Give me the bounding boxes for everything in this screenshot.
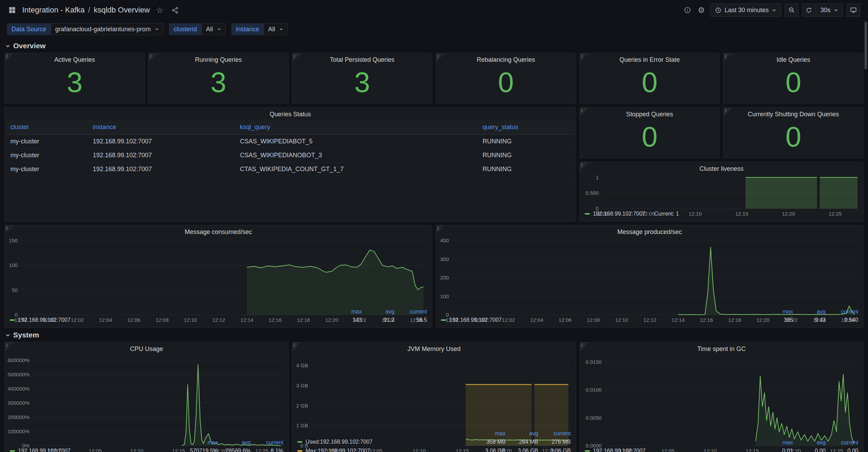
panel-title[interactable]: Stopped Queries: [580, 108, 719, 119]
section-title: System: [13, 331, 39, 339]
panel-info-icon[interactable]: i: [149, 53, 158, 62]
panel-info-icon[interactable]: i: [580, 342, 589, 351]
panel-queries-status: Queries Status clusterinstanceksql_query…: [5, 107, 576, 221]
panel-title[interactable]: Message produced/sec: [436, 225, 863, 237]
table-row[interactable]: my-cluster192.168.99.102:7007CTAS_WIKIPE…: [6, 162, 575, 176]
refresh-icon: [806, 7, 812, 14]
datasource-select[interactable]: grafanacloud-gabrielantunes-prom: [51, 23, 164, 35]
panel-info-icon[interactable]: i: [5, 53, 14, 62]
table-header-row: clusterinstanceksql_queryquery_status: [6, 120, 575, 135]
breadcrumb-dashboard[interactable]: ksqldb Overview: [94, 6, 150, 15]
panel-title[interactable]: Message consumed/sec: [5, 225, 432, 237]
panel-title[interactable]: Total Persisted Queries: [292, 53, 432, 65]
panel-info-icon[interactable]: i: [292, 53, 301, 62]
instance-label: instance: [231, 23, 264, 35]
legend-header: maxavgcurrent: [441, 308, 858, 316]
panel-info-icon[interactable]: i: [436, 53, 445, 62]
panel-info-icon[interactable]: i: [5, 225, 14, 234]
svg-text:1 GB: 1 GB: [296, 422, 308, 428]
legend-item: 192.168.99.102:70073659.430.540: [441, 316, 858, 325]
panel-title[interactable]: Queries in Error State: [580, 53, 719, 65]
clusterid-select[interactable]: All: [201, 23, 226, 35]
section-header-overview[interactable]: Overview: [0, 39, 868, 53]
chevron-down-icon: [834, 8, 838, 12]
table-row[interactable]: my-cluster192.168.99.102:7007CSAS_WIKIPE…: [6, 149, 575, 162]
panel-title[interactable]: Currently Shutting Down Queries: [724, 108, 863, 119]
panel-info-icon[interactable]: i: [580, 53, 589, 62]
panel-info-icon[interactable]: i: [436, 225, 445, 234]
svg-text:0.500: 0.500: [585, 190, 599, 196]
refresh-interval-picker[interactable]: 30s: [816, 3, 843, 17]
svg-text:500000%: 500000%: [8, 371, 30, 377]
stat-panel-currently-shutting-down-queries: i Currently Shutting Down Queries 0: [723, 107, 863, 158]
table-row[interactable]: my-cluster192.168.99.102:7007CSAS_WIKIPE…: [6, 135, 575, 149]
refresh-button[interactable]: [802, 3, 816, 17]
panel-title[interactable]: Active Queries: [5, 53, 144, 65]
column-header-instance[interactable]: instance: [88, 120, 235, 135]
panel-info-icon[interactable]: i: [580, 162, 589, 171]
panel-message-produced: i Message produced/sec 010020030040011:5…: [436, 225, 863, 328]
panel-title[interactable]: Time spent in GC: [580, 342, 863, 354]
panel-info-icon[interactable]: i: [292, 342, 301, 351]
queries-status-table: clusterinstanceksql_queryquery_status my…: [5, 119, 576, 221]
apps-grid-icon[interactable]: [7, 5, 17, 15]
column-header-query_status[interactable]: query_status: [478, 120, 575, 135]
panel-title[interactable]: Queries Status: [5, 108, 576, 119]
svg-text:50: 50: [12, 287, 18, 293]
table-cell: 192.168.99.102:7007: [88, 135, 235, 149]
column-header-ksql_query[interactable]: ksql_query: [235, 120, 478, 135]
panel-title[interactable]: Cluster liveness: [580, 162, 863, 174]
table-cell: my-cluster: [6, 149, 88, 162]
panel-title[interactable]: Running Queries: [149, 53, 288, 65]
star-icon[interactable]: ☆: [155, 5, 165, 15]
svg-text:400000%: 400000%: [8, 386, 30, 392]
svg-text:2 GB: 2 GB: [296, 403, 308, 409]
chart-svg: 0.00000.00500.01000.015012:0012:0512:101…: [580, 354, 863, 452]
scrollbar[interactable]: [865, 22, 867, 69]
svg-text:150: 150: [9, 237, 18, 243]
share-icon[interactable]: [170, 5, 180, 15]
refresh-button-group: 30s: [802, 3, 843, 17]
chevron-down-icon: [217, 27, 221, 31]
panel-title[interactable]: Idle Queries: [724, 53, 863, 65]
info-icon[interactable]: [682, 5, 693, 15]
panel-info-icon[interactable]: i: [5, 342, 14, 351]
message-produced-chart[interactable]: 010020030040011:5812:0012:0212:0412:0612…: [436, 237, 863, 308]
gc-time-chart[interactable]: 0.00000.00500.01000.015012:0012:0512:101…: [580, 354, 863, 439]
svg-text:0.0100: 0.0100: [586, 387, 602, 393]
stat-value: 3: [5, 65, 144, 103]
svg-text:200: 200: [440, 275, 449, 281]
panel-info-icon[interactable]: i: [580, 108, 589, 117]
panel-info-icon[interactable]: i: [724, 108, 733, 117]
datasource-label: Data Source: [7, 23, 51, 35]
message-consumed-chart[interactable]: 05010015011:5812:0012:0212:0412:0612:081…: [5, 237, 432, 308]
zoom-out-button[interactable]: [785, 3, 799, 17]
stat-panel-active-queries: i Active Queries 3: [5, 53, 145, 104]
panel-title[interactable]: JVM Memory Used: [292, 342, 576, 354]
svg-text:1: 1: [596, 174, 599, 180]
table-cell: CSAS_WIKIPEDIABOT_5: [235, 135, 478, 149]
cluster-liveness-chart[interactable]: 00.500112:0012:0512:1012:1512:2012:25: [580, 174, 863, 209]
time-range-picker[interactable]: Last 30 minutes: [710, 3, 781, 17]
svg-text:200000%: 200000%: [8, 414, 30, 420]
breadcrumb-folder[interactable]: Integration - Kafka: [22, 6, 85, 15]
stat-panel-idle-queries: i Idle Queries 0: [723, 53, 863, 104]
section-header-system[interactable]: System: [0, 328, 868, 342]
panel-info-icon[interactable]: i: [724, 53, 733, 62]
panel-title[interactable]: CPU Usage: [5, 342, 288, 354]
instance-select[interactable]: All: [264, 23, 288, 35]
panel-title[interactable]: Rebalancing Queries: [436, 53, 576, 65]
jvm-memory-chart[interactable]: 0 B1 GB2 GB3 GB4 GB12:0012:0512:1012:151…: [292, 354, 576, 430]
kiosk-mode-button[interactable]: [846, 3, 860, 17]
legend-item: 192.168.99.102:700714391.256.5: [10, 316, 427, 325]
column-header-cluster[interactable]: cluster: [6, 120, 88, 135]
gc-time-legend: maxavgcurrent192.168.99.102:70070.010.00…: [580, 439, 863, 452]
breadcrumb-separator: /: [88, 6, 90, 15]
panel-cluster-liveness: i Cluster liveness 00.500112:0012:0512:1…: [579, 162, 863, 221]
monitor-icon: [850, 7, 857, 14]
stat-value: 0: [724, 119, 863, 158]
table-cell: CTAS_WIKIPEDIA_COUNT_GT_1_7: [235, 162, 478, 176]
top-nav: Integration - Kafka / ksqldb Overview ☆ …: [0, 0, 868, 20]
gear-icon[interactable]: ⚙: [696, 5, 707, 15]
cpu-usage-chart[interactable]: 0%100000%200000%300000%400000%500000%600…: [5, 354, 288, 439]
